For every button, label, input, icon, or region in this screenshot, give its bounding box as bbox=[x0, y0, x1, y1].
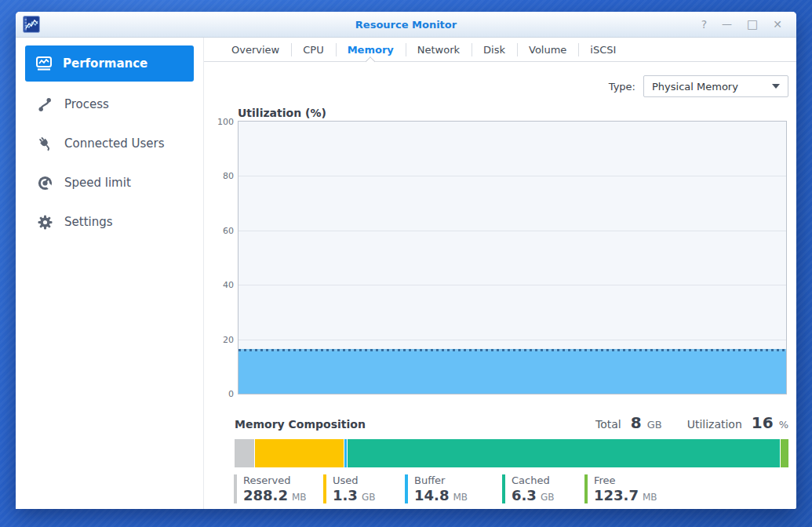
y-tick-100: 100 bbox=[217, 117, 234, 127]
sidebar-item-process[interactable]: Process bbox=[16, 85, 203, 124]
chevron-down-icon bbox=[772, 84, 780, 89]
legend-swatch bbox=[234, 474, 237, 503]
legend-item-free: Free 123.7 MB bbox=[584, 474, 657, 503]
y-tick-80: 80 bbox=[223, 171, 234, 181]
total-unit: GB bbox=[647, 419, 662, 431]
tab-strip: Overview CPU Memory Network Disk Volume … bbox=[204, 38, 796, 62]
tab-volume[interactable]: Volume bbox=[517, 38, 578, 61]
utilization-chart: Utilization (%) 100 80 60 40 20 0 bbox=[238, 107, 787, 394]
sidebar-item-performance[interactable]: Performance bbox=[25, 45, 194, 82]
close-icon[interactable]: ✕ bbox=[773, 19, 782, 30]
tab-memory[interactable]: Memory bbox=[336, 38, 406, 61]
desktop-background: Resource Monitor ? — □ ✕ Performance bbox=[0, 0, 812, 527]
resource-monitor-app-icon bbox=[23, 16, 40, 33]
legend-swatch bbox=[502, 474, 505, 503]
memory-composition-legend: Reserved 288.2 MB Used 1.3 bbox=[234, 474, 788, 503]
y-tick-0: 0 bbox=[228, 389, 234, 399]
memory-composition-stats: Total 8 GB Utilization 16 % bbox=[595, 413, 788, 432]
gridline-60 bbox=[239, 231, 786, 231]
sidebar-item-label: Speed limit bbox=[64, 176, 131, 190]
gauge-icon bbox=[37, 175, 53, 191]
memory-type-selected-value: Physical Memory bbox=[652, 81, 738, 93]
title-bar: Resource Monitor ? — □ ✕ bbox=[16, 12, 796, 38]
sidebar-item-speed-limit[interactable]: Speed limit bbox=[16, 163, 203, 202]
legend-item-used: Used 1.3 GB bbox=[323, 474, 405, 503]
composition-bar-segment bbox=[780, 439, 788, 467]
total-value: 8 bbox=[631, 413, 642, 432]
tab-cpu[interactable]: CPU bbox=[291, 38, 335, 61]
memory-type-dropdown[interactable]: Physical Memory bbox=[643, 75, 788, 97]
gridline-40 bbox=[239, 285, 786, 285]
memory-composition-header: Memory Composition Total 8 GB Utilizatio… bbox=[235, 413, 788, 432]
sidebar-item-label: Process bbox=[64, 97, 109, 111]
process-nodes-icon bbox=[37, 96, 53, 113]
sidebar-item-settings[interactable]: Settings bbox=[16, 202, 203, 242]
performance-chart-icon bbox=[35, 55, 53, 72]
gear-icon bbox=[37, 214, 53, 231]
composition-bar-segment bbox=[254, 439, 344, 467]
content-panel: Overview CPU Memory Network Disk Volume … bbox=[204, 38, 796, 509]
sidebar-item-label: Settings bbox=[64, 215, 113, 229]
maximize-icon[interactable]: □ bbox=[747, 19, 758, 30]
sidebar: Performance Process bbox=[16, 38, 204, 509]
memory-composition-bar bbox=[235, 439, 788, 467]
gridline-80 bbox=[239, 176, 786, 176]
chart-title: Utilization (%) bbox=[238, 107, 787, 119]
plug-icon bbox=[37, 136, 53, 152]
y-tick-60: 60 bbox=[223, 225, 234, 235]
sidebar-item-label: Connected Users bbox=[64, 136, 165, 151]
legend-swatch bbox=[405, 474, 408, 503]
toolbar: Type: Physical Memory bbox=[204, 75, 788, 97]
tab-overview[interactable]: Overview bbox=[220, 38, 291, 61]
composition-bar-segment bbox=[235, 439, 254, 467]
legend-swatch bbox=[584, 474, 588, 503]
type-label: Type: bbox=[609, 81, 635, 93]
help-icon[interactable]: ? bbox=[701, 19, 707, 30]
tab-network[interactable]: Network bbox=[406, 38, 472, 61]
tab-iscsi[interactable]: iSCSI bbox=[578, 38, 628, 61]
legend-swatch bbox=[323, 474, 326, 503]
utilization-value: 16 bbox=[752, 413, 774, 432]
active-tab-caret bbox=[366, 56, 376, 67]
memory-area-fill bbox=[239, 349, 786, 394]
minimize-icon[interactable]: — bbox=[722, 19, 732, 30]
sidebar-item-label: Performance bbox=[63, 56, 147, 71]
sidebar-item-connected-users[interactable]: Connected Users bbox=[16, 124, 203, 163]
y-tick-20: 20 bbox=[223, 334, 234, 344]
resource-monitor-window: Resource Monitor ? — □ ✕ Performance bbox=[16, 12, 796, 509]
composition-bar-segment bbox=[347, 439, 780, 467]
gridline-20 bbox=[239, 340, 786, 340]
tab-disk[interactable]: Disk bbox=[472, 38, 517, 61]
y-tick-40: 40 bbox=[223, 280, 234, 290]
legend-item-reserved: Reserved 288.2 MB bbox=[234, 474, 323, 503]
utilization-unit: % bbox=[779, 419, 788, 431]
memory-composition-title: Memory Composition bbox=[235, 418, 366, 431]
utilization-label: Utilization bbox=[687, 418, 742, 431]
legend-item-cached: Cached 6.3 GB bbox=[502, 474, 584, 503]
total-label: Total bbox=[595, 418, 621, 431]
chart-plot-area: 100 80 60 40 20 0 bbox=[238, 121, 787, 394]
window-title: Resource Monitor bbox=[16, 19, 796, 31]
legend-item-buffer: Buffer 14.8 MB bbox=[405, 474, 502, 503]
